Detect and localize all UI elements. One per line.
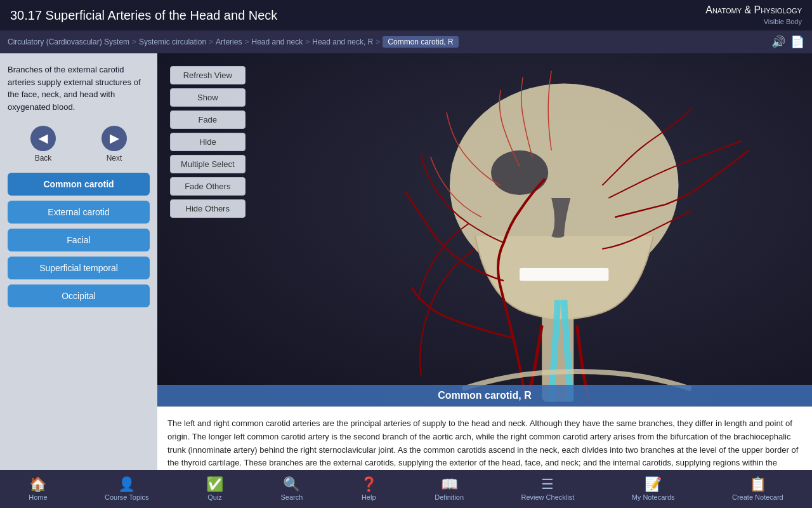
app-header: 30.17 Superficial Arteries of the Head a… <box>0 0 812 30</box>
bottom-nav: 🏠 Home 👤 Course Topics ✅ Quiz 🔍 Search ❓… <box>0 470 812 508</box>
nav-quiz-label: Quiz <box>207 493 222 501</box>
nav-create-notecard[interactable]: 📋 Create Notecard <box>727 475 789 504</box>
list-btn-3[interactable]: Superficial temporal <box>8 257 150 279</box>
main-area: Branches of the external carotid arterie… <box>0 53 812 470</box>
review-checklist-icon: ☰ <box>541 478 554 491</box>
nav-course-topics[interactable]: 👤 Course Topics <box>100 475 154 504</box>
description-panel: The left and right common carotid arteri… <box>157 406 812 470</box>
definition-icon: 📖 <box>441 478 458 491</box>
sidebar: Branches of the external carotid arterie… <box>0 53 157 470</box>
list-btn-2[interactable]: Facial <box>8 229 150 251</box>
3d-view[interactable]: Refresh View Show Fade Hide Multiple Sel… <box>157 53 812 406</box>
next-label: Next <box>107 154 122 163</box>
nav-home[interactable]: 🏠 Home <box>23 475 52 504</box>
refresh-view-button[interactable]: Refresh View <box>170 66 246 84</box>
breadcrumb-item-4[interactable]: Head and neck, R <box>312 37 373 46</box>
audio-icon[interactable]: 🔊 <box>771 35 785 49</box>
view-label: Common carotid, R <box>157 385 812 406</box>
sidebar-description: Branches of the external carotid arterie… <box>8 61 150 116</box>
anatomy-illustration <box>157 53 812 406</box>
list-btn-4[interactable]: Occipital <box>8 284 150 307</box>
quiz-icon: ✅ <box>206 478 223 491</box>
nav-my-notecards-label: My Notecards <box>632 493 675 501</box>
nav-help-label: Help <box>362 493 376 501</box>
brand-sub: Visible Body <box>705 17 802 26</box>
nav-definition[interactable]: 📖 Definition <box>429 475 469 504</box>
content-area: Refresh View Show Fade Hide Multiple Sel… <box>157 53 812 470</box>
brand-name: Anatomy & Physiology <box>705 4 802 15</box>
nav-buttons: ◀ Back ▶ Next <box>8 126 150 163</box>
nav-course-topics-label: Course Topics <box>105 493 149 501</box>
breadcrumb-actions: 🔊 📄 <box>771 35 804 49</box>
nav-definition-label: Definition <box>435 493 464 501</box>
hide-others-button[interactable]: Hide Others <box>170 199 246 218</box>
nav-search[interactable]: 🔍 Search <box>275 475 308 504</box>
show-button[interactable]: Show <box>170 88 246 107</box>
view-label-text: Common carotid, R <box>438 390 532 401</box>
search-icon: 🔍 <box>283 478 300 491</box>
nav-my-notecards[interactable]: 📝 My Notecards <box>627 475 680 504</box>
fade-others-button[interactable]: Fade Others <box>170 177 246 196</box>
breadcrumb-item-1[interactable]: Systemic circulation <box>139 37 206 46</box>
nav-quiz[interactable]: ✅ Quiz <box>201 475 228 504</box>
create-notecard-icon: 📋 <box>749 478 766 491</box>
breadcrumb-item-5[interactable]: Common carotid, R <box>383 36 458 48</box>
home-icon: 🏠 <box>29 478 46 491</box>
back-label: Back <box>35 154 52 163</box>
svg-rect-1 <box>520 268 608 281</box>
help-icon: ❓ <box>360 478 377 491</box>
breadcrumb: Circulatory (Cardiovascular) System > Sy… <box>0 30 812 53</box>
svg-point-2 <box>491 150 548 195</box>
nav-home-label: Home <box>29 493 47 501</box>
breadcrumb-item-2[interactable]: Arteries <box>216 37 242 46</box>
controls-panel: Refresh View Show Fade Hide Multiple Sel… <box>170 66 246 218</box>
nav-review-checklist[interactable]: ☰ Review Checklist <box>516 475 580 504</box>
breadcrumb-item-3[interactable]: Head and neck <box>251 37 303 46</box>
back-icon: ◀ <box>30 126 56 151</box>
nav-create-notecard-label: Create Notecard <box>732 493 783 501</box>
list-btn-1[interactable]: External carotid <box>8 201 150 224</box>
nav-review-checklist-label: Review Checklist <box>521 493 575 501</box>
page-title: 30.17 Superficial Arteries of the Head a… <box>10 8 277 23</box>
nav-search-label: Search <box>280 493 303 501</box>
next-icon: ▶ <box>102 126 127 151</box>
nav-help[interactable]: ❓ Help <box>355 475 383 504</box>
description-text: The left and right common carotid arteri… <box>167 417 802 470</box>
multiple-select-button[interactable]: Multiple Select <box>170 155 246 173</box>
back-button[interactable]: ◀ Back <box>30 126 56 163</box>
bookmark-icon[interactable]: 📄 <box>790 35 804 49</box>
next-button[interactable]: ▶ Next <box>102 126 127 163</box>
my-notecards-icon: 📝 <box>645 478 662 491</box>
breadcrumb-item-0[interactable]: Circulatory (Cardiovascular) System <box>8 37 129 46</box>
hide-button[interactable]: Hide <box>170 133 246 151</box>
brand-logo: Anatomy & Physiology Visible Body <box>705 4 802 26</box>
course-topics-icon: 👤 <box>118 478 135 491</box>
list-btn-0[interactable]: Common carotid <box>8 173 150 196</box>
fade-button[interactable]: Fade <box>170 110 246 129</box>
